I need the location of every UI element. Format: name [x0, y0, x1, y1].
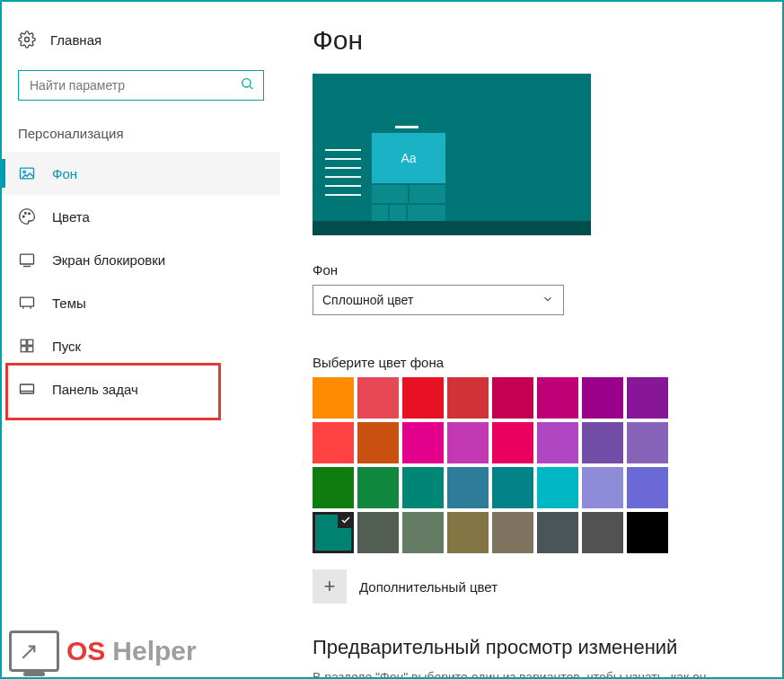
svg-rect-11: [28, 340, 33, 345]
lockscreen-icon: [18, 251, 36, 269]
home-label: Главная: [50, 32, 101, 48]
svg-rect-13: [28, 347, 33, 352]
preview-description: В разделе "Фон" выберите один из вариант…: [313, 668, 735, 677]
color-swatch[interactable]: [357, 467, 399, 508]
preview-sample-text: Aa: [372, 133, 445, 183]
svg-point-1: [242, 79, 251, 87]
home-button[interactable]: Главная: [2, 31, 280, 70]
color-swatch[interactable]: [537, 467, 578, 508]
start-icon: [18, 337, 36, 355]
pick-color-label: Выберите цвет фона: [313, 355, 761, 370]
gear-icon: [18, 31, 36, 48]
color-swatch[interactable]: [313, 377, 354, 419]
color-swatch[interactable]: [582, 512, 623, 553]
color-swatch[interactable]: [582, 377, 623, 419]
sidebar-item-lockscreen[interactable]: Экран блокировки: [2, 238, 280, 281]
search-icon: [240, 76, 254, 94]
palette-icon: [18, 207, 36, 225]
color-swatch[interactable]: [402, 512, 444, 553]
color-swatch[interactable]: [402, 422, 444, 463]
sidebar-item-start[interactable]: Пуск: [2, 324, 280, 367]
sidebar-item-themes[interactable]: Темы: [2, 281, 280, 324]
color-swatch[interactable]: [402, 467, 444, 508]
color-swatch[interactable]: [492, 512, 533, 553]
svg-rect-14: [21, 384, 34, 393]
svg-point-6: [25, 212, 27, 214]
color-swatch[interactable]: [447, 377, 489, 419]
color-swatch[interactable]: [447, 467, 489, 508]
color-swatch[interactable]: [402, 377, 444, 419]
sidebar: Главная Персонализация Фон Цвета Экр: [2, 2, 280, 677]
color-swatch[interactable]: [492, 377, 533, 419]
brush-icon: [18, 294, 36, 312]
sidebar-item-background[interactable]: Фон: [2, 152, 280, 195]
dropdown-value: Сплошной цвет: [322, 293, 413, 307]
sidebar-item-label: Темы: [52, 295, 86, 311]
color-swatch[interactable]: [357, 377, 399, 419]
taskbar-icon: [18, 380, 36, 398]
color-swatch[interactable]: [537, 377, 578, 419]
color-swatch[interactable]: [582, 467, 623, 508]
page-title: Фон: [313, 25, 761, 56]
svg-rect-10: [21, 340, 26, 345]
color-swatch[interactable]: [447, 422, 489, 463]
preview-heading: Предварительный просмотр изменений: [313, 636, 761, 659]
sidebar-item-label: Экран блокировки: [52, 252, 165, 268]
sidebar-item-label: Панель задач: [52, 382, 138, 397]
svg-point-7: [29, 213, 31, 215]
custom-color-label: Дополнительный цвет: [359, 579, 498, 595]
color-swatch[interactable]: [492, 467, 533, 508]
color-swatch[interactable]: [357, 422, 399, 463]
color-grid: [313, 377, 761, 553]
category-title: Персонализация: [2, 126, 280, 152]
background-label: Фон: [313, 262, 761, 278]
desktop-preview: Aa: [313, 74, 591, 235]
svg-rect-9: [21, 297, 34, 306]
color-swatch[interactable]: [492, 422, 533, 463]
search-input[interactable]: [28, 77, 240, 93]
color-swatch[interactable]: [537, 422, 578, 463]
sidebar-item-taskbar[interactable]: Панель задач: [2, 367, 280, 410]
color-swatch[interactable]: [627, 377, 668, 419]
svg-line-2: [250, 86, 252, 89]
svg-rect-8: [21, 254, 34, 264]
search-box[interactable]: [18, 70, 264, 101]
sidebar-item-label: Пуск: [52, 339, 81, 354]
svg-point-5: [22, 216, 24, 217]
svg-rect-12: [21, 347, 26, 352]
check-icon: [338, 512, 354, 528]
settings-window: Главная Персонализация Фон Цвета Экр: [0, 0, 784, 679]
color-swatch[interactable]: [313, 422, 354, 463]
main-content: Фон Aa Фон Сплошной цвет Выберите цвет ф…: [280, 2, 782, 677]
svg-point-0: [25, 38, 30, 42]
custom-color-button[interactable]: +: [313, 569, 347, 604]
color-swatch[interactable]: [447, 512, 489, 553]
background-dropdown[interactable]: Сплошной цвет: [313, 285, 564, 315]
plus-icon: +: [324, 575, 336, 598]
svg-point-4: [23, 171, 25, 173]
color-swatch[interactable]: [627, 512, 668, 553]
color-swatch[interactable]: [313, 467, 354, 508]
color-swatch[interactable]: [537, 512, 578, 553]
sidebar-item-label: Фон: [52, 166, 77, 181]
image-icon: [18, 164, 36, 182]
color-swatch[interactable]: [582, 422, 623, 463]
color-swatch[interactable]: [357, 512, 399, 553]
chevron-down-icon: [542, 293, 554, 308]
sidebar-item-colors[interactable]: Цвета: [2, 195, 280, 238]
color-swatch[interactable]: [313, 512, 354, 553]
sidebar-item-label: Цвета: [52, 209, 90, 225]
color-swatch[interactable]: [627, 422, 668, 463]
color-swatch[interactable]: [627, 467, 668, 508]
